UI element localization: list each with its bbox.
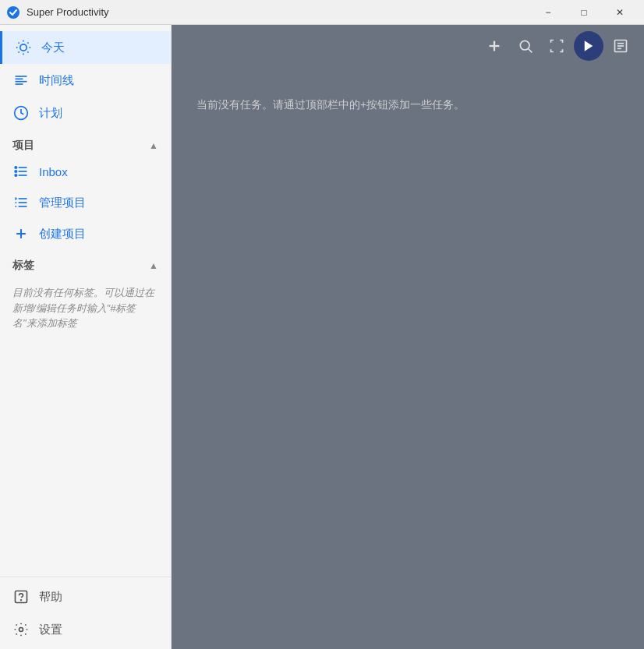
svg-point-31 — [19, 628, 23, 632]
timeline-icon — [12, 72, 30, 89]
sidebar-item-plan[interactable]: 计划 — [0, 97, 171, 129]
main-content: 当前没有任务。请通过顶部栏中的+按钮添加一些任务。 — [172, 25, 644, 649]
sidebar-bottom: 帮助 设置 — [0, 577, 171, 649]
app-body: 今天 时间线 — [0, 25, 644, 649]
top-toolbar — [172, 25, 644, 67]
sidebar-item-settings[interactable]: 设置 — [0, 613, 171, 646]
app-title: Super Productivity — [27, 6, 530, 18]
tags-empty-message: 目前没有任何标签。可以通过在新增/编辑任务时输入"#标签名"来添加标签 — [0, 276, 171, 340]
help-label: 帮助 — [39, 590, 62, 605]
projects-section-header: 项目 ▲ — [0, 129, 171, 156]
svg-point-1 — [20, 44, 27, 51]
sidebar-item-timeline[interactable]: 时间线 — [0, 64, 171, 97]
sidebar-item-help[interactable]: 帮助 — [0, 580, 171, 613]
svg-line-9 — [27, 43, 28, 44]
svg-point-20 — [15, 175, 17, 177]
sidebar-item-today[interactable]: 今天 — [0, 31, 171, 64]
add-task-button[interactable] — [480, 32, 508, 60]
settings-label: 设置 — [39, 623, 62, 637]
notes-button[interactable] — [607, 32, 635, 60]
sidebar-item-create-project[interactable]: 创建项目 — [0, 218, 171, 249]
svg-marker-36 — [585, 41, 593, 51]
close-button[interactable]: ✕ — [602, 0, 638, 25]
sidebar: 今天 时间线 — [0, 25, 172, 649]
projects-title: 项目 — [12, 139, 34, 153]
sun-icon — [15, 39, 32, 56]
gear-icon — [12, 621, 30, 638]
svg-point-30 — [21, 600, 22, 601]
svg-line-8 — [19, 51, 19, 52]
maximize-button[interactable]: □ — [566, 0, 602, 25]
list-icon — [12, 163, 30, 180]
play-button[interactable] — [574, 31, 603, 61]
create-project-label: 创建项目 — [39, 227, 86, 242]
svg-line-5 — [27, 51, 28, 52]
title-bar: Super Productivity − □ ✕ — [0, 0, 644, 25]
svg-point-18 — [15, 167, 17, 169]
timeline-label: 时间线 — [39, 73, 74, 88]
tags-title: 标签 — [12, 259, 34, 273]
projects-toggle[interactable]: ▲ — [149, 140, 158, 151]
sidebar-nav: 今天 时间线 — [0, 25, 171, 577]
question-icon — [12, 588, 30, 605]
svg-point-34 — [520, 41, 529, 50]
tags-section-header: 标签 ▲ — [0, 249, 171, 276]
svg-point-19 — [15, 171, 17, 173]
tags-toggle[interactable]: ▲ — [149, 260, 158, 271]
svg-line-35 — [529, 49, 533, 53]
search-button[interactable] — [511, 32, 540, 60]
sidebar-item-inbox[interactable]: Inbox — [0, 156, 171, 187]
minimize-button[interactable]: − — [530, 0, 566, 25]
manage-list-icon — [12, 194, 30, 211]
window-controls: − □ ✕ — [530, 0, 638, 25]
plan-label: 计划 — [39, 106, 62, 121]
sidebar-item-manage-projects[interactable]: 管理项目 — [0, 187, 171, 218]
inbox-label: Inbox — [39, 165, 68, 178]
svg-line-4 — [19, 43, 19, 44]
today-label: 今天 — [41, 41, 65, 55]
focus-button[interactable] — [543, 32, 571, 60]
clock-icon — [12, 104, 30, 122]
empty-message: 当前没有任务。请通过顶部栏中的+按钮添加一些任务。 — [172, 67, 644, 143]
svg-point-0 — [7, 6, 19, 19]
manage-projects-label: 管理项目 — [39, 196, 86, 210]
plus-icon — [12, 225, 30, 242]
app-icon — [6, 5, 20, 19]
